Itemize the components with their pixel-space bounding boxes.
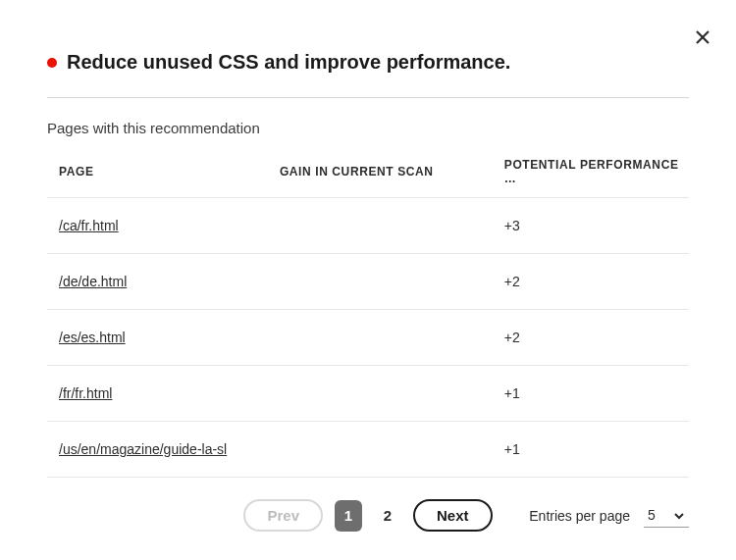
gain-cell (272, 254, 497, 310)
prev-button[interactable]: Prev (243, 499, 323, 532)
potential-cell: +2 (497, 310, 689, 366)
pagination: Prev 1 2 Next (243, 499, 492, 532)
gain-cell (272, 198, 497, 254)
potential-cell: +2 (497, 254, 689, 310)
entries-per-page: Entries per page 5 (529, 503, 689, 528)
potential-cell: +1 (497, 366, 689, 422)
table-row: /es/es.html +2 (47, 310, 689, 366)
page-number-2[interactable]: 2 (374, 500, 401, 532)
potential-cell: +1 (497, 422, 689, 478)
table-row: /ca/fr.html +3 (47, 198, 689, 254)
table-row: /fr/fr.html +1 (47, 366, 689, 422)
gain-cell (272, 422, 497, 478)
page-link[interactable]: /de/de.html (59, 274, 127, 289)
page-link[interactable]: /us/en/magazine/guide-la-sl (59, 441, 227, 457)
close-button[interactable] (693, 27, 712, 47)
table-footer: Prev 1 2 Next Entries per page 5 (47, 499, 689, 532)
page-number-1[interactable]: 1 (335, 500, 362, 532)
gain-cell (272, 366, 497, 422)
page-link[interactable]: /fr/fr.html (59, 385, 112, 401)
entries-label: Entries per page (529, 508, 630, 524)
col-header-gain: GAIN IN CURRENT SCAN (272, 146, 497, 198)
close-icon (695, 29, 710, 45)
table-row: /us/en/magazine/guide-la-sl +1 (47, 422, 689, 478)
recommendation-header: Reduce unused CSS and improve performanc… (47, 51, 689, 74)
status-dot-icon (47, 58, 57, 68)
gain-cell (272, 310, 497, 366)
potential-cell: +3 (497, 198, 689, 254)
page-title: Reduce unused CSS and improve performanc… (67, 51, 510, 74)
next-button[interactable]: Next (413, 499, 493, 532)
col-header-potential: POTENTIAL PERFORMANCE … (497, 146, 689, 198)
entries-select[interactable]: 5 (644, 503, 689, 528)
col-header-page: PAGE (47, 146, 272, 198)
header-divider (47, 97, 689, 98)
section-subtitle: Pages with this recommendation (47, 120, 689, 136)
page-link[interactable]: /ca/fr.html (59, 218, 119, 233)
recommendation-table: PAGE GAIN IN CURRENT SCAN POTENTIAL PERF… (47, 146, 689, 478)
page-link[interactable]: /es/es.html (59, 330, 126, 345)
table-row: /de/de.html +2 (47, 254, 689, 310)
